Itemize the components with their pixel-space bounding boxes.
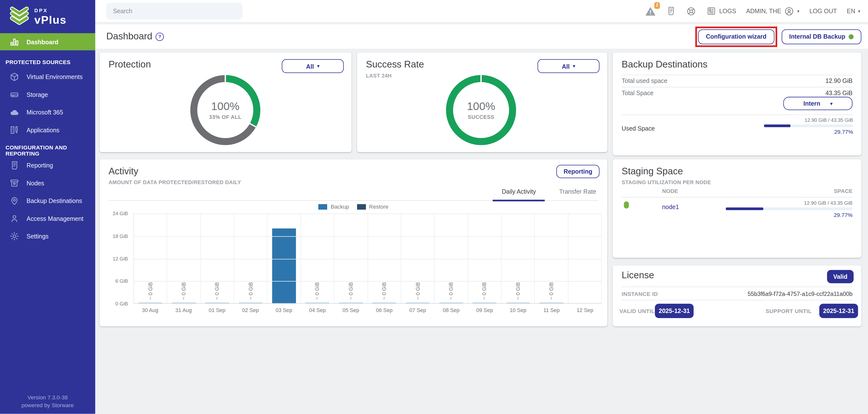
brand-name-top: DPX — [34, 8, 67, 13]
archive-box-icon — [9, 178, 19, 188]
powered-by: powered by Storware — [0, 402, 95, 410]
sidebar-section-protected-sources: PROTECTED SOURCES — [0, 58, 95, 66]
bar-value-label: ~ 0 GiB — [314, 282, 320, 300]
newspaper-icon — [707, 6, 716, 16]
node-usage: 12.90 GiB / 43.35 GiB 29.77% — [726, 200, 852, 218]
x-tick: 12 Sep — [568, 307, 602, 313]
backup-destinations-title: Backup Destinations — [622, 59, 708, 70]
lifebuoy-icon — [686, 6, 696, 16]
staging-space-subtitle: STAGING UTILIZATION PER NODE — [622, 179, 711, 185]
node-space-progressbar — [726, 207, 852, 210]
sidebar-item-microsoft-365[interactable]: Microsoft 365 — [0, 103, 95, 121]
logs-button[interactable]: LOGS — [707, 6, 736, 16]
license-card: License Valid INSTANCE ID 55b3f6a9-f72a-… — [613, 266, 861, 326]
used-space-progressbar — [764, 125, 853, 127]
hard-drive-icon — [9, 90, 19, 100]
activity-title: Activity — [108, 166, 138, 177]
gear-icon — [9, 231, 19, 241]
sidebar-item-backup-destinations[interactable]: Backup Destinations — [0, 192, 95, 210]
alerts-button[interactable]: 2 — [645, 6, 656, 16]
topbar: 2 LOGS — [95, 0, 868, 23]
restore-swatch — [357, 204, 366, 210]
brand-logo[interactable]: DPX vPlus — [0, 0, 95, 33]
tab-daily-activity[interactable]: Daily Activity — [499, 188, 538, 200]
support-until-label: SUPPORT UNTIL — [766, 308, 812, 314]
tasks-button[interactable] — [666, 6, 676, 16]
caret-down-icon: ▾ — [830, 101, 833, 106]
sidebar-item-applications[interactable]: Applications — [0, 121, 95, 139]
page-help-icon[interactable]: ? — [156, 32, 164, 41]
language-select[interactable]: EN ▾ — [847, 8, 860, 14]
used-space-percent: 29.77% — [764, 129, 853, 135]
bar-value-label: ~ 0 GiB — [548, 282, 554, 300]
x-tick: 01 Sep — [200, 307, 234, 313]
sidebar-item-virtual-environments[interactable]: Virtual Environments — [0, 68, 95, 85]
y-tick: 0 GiB — [106, 301, 128, 307]
scroll-icon — [9, 161, 19, 170]
sidebar-item-nodes[interactable]: Nodes — [0, 174, 95, 192]
app-notes-icon — [9, 125, 19, 135]
legend-item-backup: Backup — [318, 203, 349, 210]
cube-icon — [9, 72, 19, 82]
used-space-usage: 12.90 GiB / 43.35 GiB 29.77% — [764, 117, 853, 135]
avatar-icon — [784, 6, 795, 16]
sidebar-nav: DashboardPROTECTED SOURCESVirtual Enviro… — [0, 33, 95, 245]
reporting-button[interactable]: Reporting — [556, 165, 599, 178]
x-axis: 30 Aug31 Aug01 Sep02 Sep03 Sep04 Sep05 S… — [133, 307, 602, 313]
user-icon — [9, 213, 19, 223]
sidebar-footer: Version 7.3.0-38 powered by Storware — [0, 394, 95, 410]
sidebar-item-access-management[interactable]: Access Management — [0, 210, 95, 227]
destination-select[interactable]: Intern ▾ — [783, 97, 852, 110]
x-tick: 07 Sep — [401, 307, 435, 313]
divider — [622, 286, 852, 287]
success-rate-period: LAST 24H — [366, 72, 392, 78]
bar-value-label: ~ 0 GiB — [347, 282, 353, 300]
success-rate-filter-select[interactable]: All ▾ — [538, 59, 599, 73]
node-space-ratio: 12.90 GiB / 43.35 GiB — [726, 200, 852, 206]
x-tick: 04 Sep — [301, 307, 334, 313]
bar-value-label: ~ 0 GiB — [181, 282, 187, 300]
sidebar-item-dashboard[interactable]: Dashboard — [0, 33, 95, 50]
caret-down-icon: ▾ — [797, 8, 800, 13]
support-until-badge: 2025-12-31 — [819, 304, 858, 318]
chart-legend: BackupRestore — [100, 203, 607, 210]
node-link[interactable]: node1 — [662, 203, 679, 210]
protection-filter-select[interactable]: All ▾ — [282, 59, 344, 73]
search-input[interactable] — [106, 3, 242, 19]
total-space-row: Total Space 43.35 GiB — [622, 88, 852, 98]
success-rate-card: Success Rate LAST 24H All ▾ 100% SUCCESS — [357, 53, 607, 152]
sidebar-item-settings[interactable]: Settings — [0, 228, 95, 245]
help-button[interactable] — [686, 6, 696, 16]
db-backup-status-dot — [849, 34, 854, 39]
protection-card: Protection All ▾ 100% 33% OF ALL — [100, 53, 351, 152]
caret-down-icon: ▾ — [317, 64, 319, 68]
warning-triangle-icon: 2 — [645, 6, 656, 16]
x-tick: 09 Sep — [468, 307, 501, 313]
bar-value-label: ~ 0 GiB — [414, 282, 421, 300]
cloud-icon — [9, 107, 19, 117]
configuration-wizard-button[interactable]: Configuration wizard — [698, 29, 774, 44]
tab-transfer-rate[interactable]: Transfer Rate — [557, 188, 598, 200]
topbar-actions: 2 LOGS — [645, 6, 868, 16]
instance-id-value: 55b3f6a9-f72a-4757-a1c9-ccf22a11a00b — [748, 290, 852, 297]
scroll-icon — [666, 6, 676, 16]
activity-subtitle: AMOUNT OF DATA PROTECTED/RESTORED DAILY — [108, 179, 241, 185]
logout-button[interactable]: LOG OUT — [809, 8, 837, 14]
protection-title: Protection — [108, 59, 151, 70]
user-menu[interactable]: ADMIN, THE ▾ — [746, 6, 800, 16]
y-tick: 18 GiB — [106, 233, 128, 239]
divider — [622, 75, 852, 75]
internal-db-backup-button[interactable]: Internal DB Backup — [781, 29, 861, 44]
caret-down-icon: ▾ — [858, 8, 860, 13]
bar-value-label: ~ 0 GiB — [247, 282, 253, 300]
y-tick: 6 GiB — [106, 278, 128, 284]
sidebar-item-reporting[interactable]: Reporting — [0, 157, 95, 174]
total-used-space-row: Total used space 12.90 GiB — [622, 76, 852, 86]
x-tick: 08 Sep — [434, 307, 468, 313]
success-rate-title: Success Rate — [366, 59, 424, 70]
divider — [622, 300, 852, 300]
y-tick: 24 GiB — [106, 211, 128, 216]
dashboard-content: Protection All ▾ 100% 33% OF ALL — [95, 49, 868, 414]
alerts-count-badge: 2 — [654, 2, 660, 9]
sidebar-item-storage[interactable]: Storage — [0, 86, 95, 103]
